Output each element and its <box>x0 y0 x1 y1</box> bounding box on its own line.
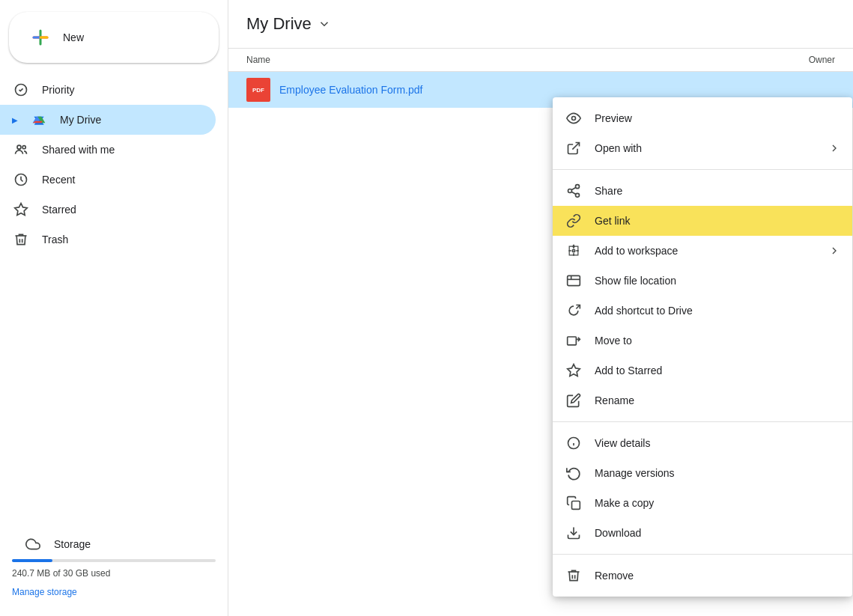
sidebar-item-label: Priority <box>42 84 75 96</box>
sidebar: New Priority ▶ <box>0 0 228 616</box>
menu-item-share[interactable]: Share <box>553 176 852 206</box>
sidebar-item-my-drive[interactable]: ▶ My Drive <box>0 105 216 135</box>
svg-rect-25 <box>568 337 577 345</box>
svg-marker-8 <box>15 204 28 216</box>
drive-title-button[interactable]: My Drive <box>246 14 331 34</box>
column-owner: Owner <box>723 55 835 65</box>
menu-item-make-copy-label: Make a copy <box>595 497 840 509</box>
svg-point-13 <box>576 193 580 197</box>
clock-icon <box>12 171 30 189</box>
menu-item-move-to[interactable]: Move to <box>553 326 852 356</box>
share-icon <box>565 182 583 200</box>
menu-item-remove-label: Remove <box>595 570 840 582</box>
edit-icon <box>565 391 583 409</box>
star-outline-icon <box>565 362 583 379</box>
menu-divider-3 <box>553 554 852 555</box>
table-header: Name Owner <box>228 49 853 72</box>
manage-storage-link[interactable]: Manage storage <box>12 587 77 597</box>
add-shortcut-icon <box>565 302 583 320</box>
menu-item-view-details-label: View details <box>595 437 840 449</box>
svg-point-11 <box>576 185 580 189</box>
menu-item-remove[interactable]: Remove <box>553 561 852 591</box>
copy-icon <box>565 494 583 512</box>
menu-item-preview[interactable]: Preview <box>553 103 852 133</box>
history-icon <box>565 464 583 482</box>
menu-item-share-label: Share <box>595 185 840 197</box>
menu-item-add-shortcut[interactable]: Add shortcut to Drive <box>553 296 852 326</box>
menu-divider-1 <box>553 169 852 170</box>
svg-rect-23 <box>568 275 580 285</box>
sidebar-nav: Priority ▶ My Drive <box>0 75 228 517</box>
storage-bar <box>12 559 216 562</box>
storage-section: Storage 240.7 MB of 30 GB used Manage st… <box>0 517 228 610</box>
sidebar-item-priority[interactable]: Priority <box>0 75 216 105</box>
menu-item-add-workspace[interactable]: Add to workspace <box>553 236 852 266</box>
svg-line-15 <box>571 187 576 189</box>
folder-open-icon <box>565 272 583 290</box>
svg-point-5 <box>17 145 21 149</box>
menu-item-move-to-label: Move to <box>595 335 840 347</box>
svg-point-9 <box>572 117 576 121</box>
storage-label: Storage <box>54 538 91 550</box>
check-circle-icon <box>12 81 30 99</box>
move-to-icon <box>565 332 583 350</box>
drive-title-text: My Drive <box>246 14 312 34</box>
menu-item-show-location[interactable]: Show file location <box>553 266 852 296</box>
storage-used-text: 240.7 MB of 30 GB used <box>12 568 216 579</box>
svg-point-16 <box>572 249 574 251</box>
svg-line-10 <box>572 143 579 150</box>
menu-item-add-starred[interactable]: Add to Starred <box>553 356 852 385</box>
link-icon <box>565 212 583 230</box>
svg-rect-30 <box>572 501 580 510</box>
menu-item-get-link[interactable]: Get link <box>553 206 852 236</box>
file-name: Employee Evaluation Form.pdf <box>279 84 422 96</box>
drive-icon <box>30 111 48 129</box>
main-header: My Drive <box>228 0 853 49</box>
chevron-right-icon <box>828 142 840 154</box>
context-menu: Preview Open with <box>553 97 852 597</box>
menu-item-add-workspace-label: Add to workspace <box>595 245 816 257</box>
new-button[interactable]: New <box>9 12 219 63</box>
menu-item-make-copy[interactable]: Make a copy <box>553 488 852 518</box>
sidebar-item-label: Starred <box>42 204 76 216</box>
pdf-icon: PDF <box>246 78 270 102</box>
chevron-right-icon-2 <box>828 245 840 257</box>
sidebar-item-starred[interactable]: Starred <box>0 195 216 225</box>
menu-item-view-details[interactable]: View details <box>553 428 852 458</box>
eye-icon <box>565 109 583 127</box>
menu-item-download[interactable]: Download <box>553 518 852 548</box>
sidebar-item-storage[interactable]: Storage <box>12 529 216 559</box>
menu-item-manage-versions[interactable]: Manage versions <box>553 458 852 488</box>
sidebar-item-trash[interactable]: Trash <box>0 225 216 254</box>
sidebar-item-label: Shared with me <box>42 144 115 156</box>
menu-item-rename[interactable]: Rename <box>553 385 852 415</box>
add-workspace-icon <box>565 242 583 260</box>
menu-item-add-starred-label: Add to Starred <box>595 365 840 376</box>
sidebar-item-shared[interactable]: Shared with me <box>0 135 216 165</box>
menu-item-get-link-label: Get link <box>595 215 840 227</box>
new-button-label: New <box>63 31 84 43</box>
svg-point-12 <box>568 189 572 193</box>
google-plus-icon <box>27 24 54 51</box>
sidebar-item-recent[interactable]: Recent <box>0 165 216 195</box>
menu-item-preview-label: Preview <box>595 112 840 124</box>
svg-point-6 <box>22 146 25 149</box>
trash-icon <box>12 231 30 248</box>
menu-item-manage-versions-label: Manage versions <box>595 467 840 479</box>
open-with-icon <box>565 139 583 157</box>
storage-bar-fill <box>12 559 52 562</box>
menu-item-rename-label: Rename <box>595 394 840 406</box>
sidebar-item-label: Trash <box>42 234 68 246</box>
menu-item-open-with-label: Open with <box>595 142 816 154</box>
star-icon <box>12 201 30 219</box>
menu-item-download-label: Download <box>595 527 840 539</box>
cloud-icon <box>24 535 42 553</box>
menu-item-open-with[interactable]: Open with <box>553 133 852 163</box>
sidebar-item-label: My Drive <box>60 114 101 126</box>
remove-icon <box>565 567 583 585</box>
menu-divider-2 <box>553 421 852 422</box>
svg-marker-26 <box>568 365 580 376</box>
download-icon <box>565 524 583 542</box>
chevron-down-icon <box>318 17 331 31</box>
info-icon <box>565 434 583 452</box>
